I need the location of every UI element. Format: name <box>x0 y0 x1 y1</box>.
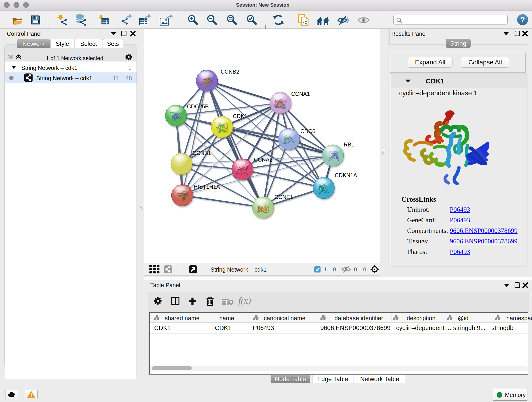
svg-text:CCNE1: CCNE1 <box>274 194 293 200</box>
svg-text:RB1: RB1 <box>344 141 355 148</box>
svg-text:CCNA1: CCNA1 <box>291 91 310 97</box>
svg-text:HIST1H1A: HIST1H1A <box>194 184 220 190</box>
svg-text:CCNB2: CCNB2 <box>221 69 239 75</box>
svg-text:CDKN1A: CDKN1A <box>335 172 357 178</box>
svg-text:CCNB1: CCNB1 <box>192 150 211 156</box>
svg-text:CDC25B: CDC25B <box>187 103 209 109</box>
svg-text:CCNA2: CCNA2 <box>254 157 272 163</box>
svg-text:CDC6: CDC6 <box>300 128 315 134</box>
svg-text:CDK1: CDK1 <box>233 113 247 119</box>
